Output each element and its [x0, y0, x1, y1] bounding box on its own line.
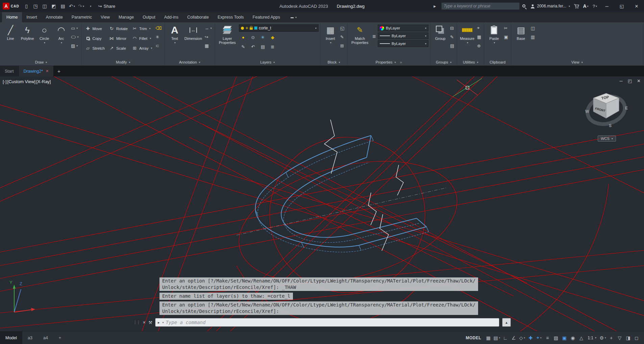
mirror-button[interactable]: ⋈Mirror [107, 33, 129, 43]
app-store-button[interactable] [572, 2, 581, 10]
tab-featured-apps[interactable]: Featured Apps [248, 12, 284, 22]
viewport-view-control[interactable]: [Custom View] [7, 79, 36, 84]
tab-addins[interactable]: Add-ins [160, 12, 183, 22]
named-views-button[interactable]: ▥ [531, 33, 535, 41]
autoscale-toggle[interactable]: △ [577, 333, 585, 343]
tab-view[interactable]: View [96, 12, 114, 22]
command-bar-close-icon[interactable]: ✕ [143, 320, 146, 325]
command-bar-grip[interactable]: ⋮⋮ [133, 320, 140, 325]
linear-dimension-button[interactable]: ↔▾ [205, 24, 212, 32]
layer-walk-button[interactable]: ▤ [258, 43, 267, 51]
viewcube-east-label[interactable]: E [625, 106, 628, 110]
layer-freeze-button[interactable]: ✳ [258, 33, 267, 41]
move-button[interactable]: ✚Move [83, 24, 106, 33]
lineweight-toggle[interactable]: ≡ [543, 333, 551, 343]
tab-manage[interactable]: Manage [114, 12, 138, 22]
array-button[interactable]: ⊞Array▾ [130, 43, 154, 53]
new-tab-button[interactable]: + [54, 66, 64, 76]
draw-panel-label[interactable]: Draw▾ [1, 59, 81, 66]
tab-output[interactable]: Output [138, 12, 160, 22]
layers-panel-label[interactable]: Layers▾ [215, 59, 320, 66]
rectangle-button[interactable]: ▭▾ [71, 24, 79, 32]
tab-home[interactable]: Home [2, 12, 22, 22]
polyline-button[interactable]: ϟPolyline [19, 24, 35, 41]
share-button[interactable]: ↪ Share [98, 4, 116, 9]
maximize-button[interactable]: ◱ [614, 0, 629, 12]
command-input-box[interactable]: ▸ ▾ [155, 318, 499, 327]
tab-express-tools[interactable]: Express Tools [213, 12, 248, 22]
rotate-button[interactable]: ↻Rotate [107, 24, 129, 33]
search-input[interactable] [444, 4, 517, 8]
annotation-visibility-toggle[interactable]: ◉ [569, 333, 577, 343]
ribbon-display-toggle[interactable]: ▬▾ [288, 12, 299, 22]
object-snap-tracking-toggle[interactable]: ✚ [526, 333, 535, 343]
minimize-button[interactable]: ─ [599, 0, 614, 12]
tab-parametric[interactable]: Parametric [67, 12, 96, 22]
search-expand-button[interactable]: ▸ [430, 2, 439, 10]
copy-button[interactable]: Copy [83, 33, 106, 43]
linetype-dropdown[interactable]: ByLayer▾ [378, 32, 428, 39]
properties-dialog-launcher-icon[interactable]: » [400, 60, 402, 64]
graphics-performance-button[interactable]: ◨ [624, 333, 632, 343]
new-layout-button[interactable]: + [53, 331, 67, 344]
layer-previous-button[interactable]: ↶ [249, 43, 257, 51]
account-menu[interactable]: 2006.maria.fer... ▾ [530, 4, 570, 9]
layer-off-button[interactable]: ● [239, 33, 248, 41]
object-snap-toggle[interactable]: ⌖▾ [535, 333, 543, 343]
app-menu-button[interactable]: A CAD [0, 0, 22, 12]
wcs-dropdown[interactable]: WCS▾ [598, 136, 616, 142]
layer-lock-button[interactable]: ◆ [268, 33, 277, 41]
paste-button[interactable]: Paste▾ [486, 24, 502, 45]
command-customize-icon[interactable]: ⚒ [148, 320, 152, 325]
group-edit-button[interactable]: ✎ [450, 33, 454, 41]
model-space-label[interactable]: MODEL [466, 336, 481, 340]
line-button[interactable]: ╱Line [2, 24, 19, 41]
tab-annotate[interactable]: Annotate [42, 12, 67, 22]
help-button[interactable]: ?▾ [590, 2, 599, 10]
match-properties-button[interactable]: ✎Match Properties [349, 24, 371, 45]
viewcube[interactable]: TOP FRONT W S E WCS▾ [585, 88, 629, 142]
isolate-objects-button[interactable]: ▽ [616, 333, 624, 343]
layer-dropdown[interactable]: ✳ corte_t ▾ [239, 24, 319, 32]
search-icon[interactable] [522, 4, 525, 7]
isodraft-toggle[interactable]: ◇▾ [518, 333, 526, 343]
base-button[interactable]: ▤Base [513, 24, 529, 41]
ellipse-button[interactable]: ◯▾ [71, 33, 79, 41]
arc-button[interactable]: ◠Arc▾ [53, 24, 69, 45]
file-tab-start[interactable]: Start [0, 66, 19, 76]
plot-button[interactable]: ▤ [58, 2, 68, 10]
annotation-monitor-button[interactable]: + [607, 333, 615, 343]
lineweight-dropdown[interactable]: ByLayer▾ [378, 40, 428, 47]
command-input[interactable] [166, 320, 497, 325]
drawing-canvas[interactable]: [-] [Custom View] [X-Ray] ─ ◰ ✕ TOP FRON… [0, 76, 644, 331]
close-button[interactable]: ✕ [629, 0, 644, 12]
tab-close-icon[interactable]: ✕ [46, 69, 49, 73]
insert-button[interactable]: ▦Insert▾ [322, 24, 339, 45]
object-color-dropdown[interactable]: ByLayer▾ [378, 25, 428, 31]
view-panel-label[interactable]: View▾ [511, 59, 643, 66]
utilities-panel-label[interactable]: Utilities▾ [457, 59, 484, 66]
viewport-restore-icon[interactable]: ◰ [628, 78, 632, 83]
block-panel-label[interactable]: Block▾ [321, 59, 347, 66]
undo-button[interactable]: ↶▾ [68, 2, 77, 10]
block-editor-button[interactable]: ✎ [340, 33, 344, 41]
ortho-toggle[interactable]: ∟ [501, 333, 509, 343]
group-button[interactable]: Group [432, 24, 448, 41]
ungroup-button[interactable]: ⊟ [450, 24, 454, 32]
viewport-minimize-icon[interactable]: ─ [620, 78, 623, 83]
recent-commands-button[interactable]: ▲ [502, 318, 511, 327]
clipboard-panel-label[interactable]: Clipboard [484, 59, 511, 66]
viewport-close-icon[interactable]: ✕ [637, 78, 641, 83]
dimension-button[interactable]: ↔Dimension [183, 24, 203, 41]
clean-screen-button[interactable]: ◻ [633, 333, 641, 343]
leader-button[interactable]: ↪ [205, 33, 212, 41]
selection-cycling-toggle[interactable]: ▣ [560, 333, 568, 343]
model-tab[interactable]: Model [0, 331, 22, 344]
quick-select-button[interactable]: ⌖ [477, 24, 481, 32]
grid-toggle[interactable]: ▦ [484, 333, 492, 343]
save-as-button[interactable]: ◩ [49, 2, 58, 10]
properties-list-button[interactable]: ≣ [372, 32, 376, 40]
text-button[interactable]: AText▾ [167, 24, 183, 45]
transparency-toggle[interactable]: ▧ [552, 333, 560, 343]
layer-state-button[interactable]: ≣ [268, 43, 277, 51]
